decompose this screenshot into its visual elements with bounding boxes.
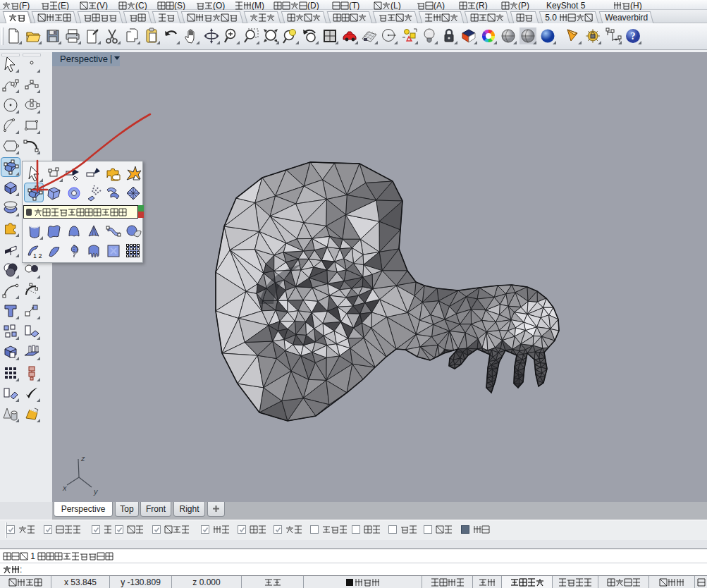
svg-text:z: z [80, 454, 85, 463]
svg-text:?: ? [631, 31, 636, 42]
svg-text:1 2: 1 2 [33, 252, 42, 259]
svg-text:y: y [93, 487, 99, 496]
svg-text:x: x [62, 484, 67, 492]
